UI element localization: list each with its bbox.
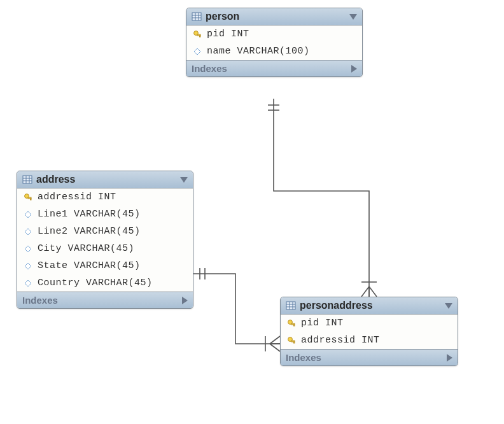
indexes-label: Indexes — [22, 295, 182, 306]
svg-line-3 — [369, 286, 377, 297]
primary-key-icon — [287, 319, 296, 328]
svg-rect-41 — [294, 325, 295, 326]
svg-line-2 — [361, 286, 369, 297]
entity-personaddress-header[interactable]: personaddress — [281, 297, 458, 314]
indexes-label: Indexes — [286, 352, 447, 363]
entity-address-title: address — [32, 174, 180, 185]
column-text: name VARCHAR(100) — [207, 46, 310, 57]
column-diamond-icon — [24, 262, 32, 271]
svg-rect-19 — [200, 36, 201, 37]
column-diamond-icon — [24, 227, 32, 236]
column-diamond-icon — [24, 210, 32, 219]
table-icon — [192, 11, 202, 22]
entity-personaddress-footer[interactable]: Indexes — [281, 349, 458, 365]
column-diamond-icon — [24, 279, 32, 288]
svg-rect-28 — [31, 199, 32, 200]
column-text: Line2 VARCHAR(45) — [38, 226, 141, 237]
entity-address-footer[interactable]: Indexes — [17, 292, 193, 308]
svg-line-8 — [270, 336, 280, 344]
column-row[interactable]: name VARCHAR(100) — [186, 43, 362, 60]
svg-rect-21 — [23, 176, 32, 183]
svg-marker-31 — [25, 246, 31, 252]
svg-rect-12 — [192, 13, 201, 20]
entity-person-title: person — [202, 11, 349, 22]
entity-person-footer[interactable]: Indexes — [186, 60, 362, 76]
primary-key-icon — [193, 30, 202, 39]
column-row[interactable]: pid INT — [186, 25, 362, 43]
primary-key-icon — [287, 336, 296, 345]
column-row[interactable]: Line1 VARCHAR(45) — [17, 206, 193, 223]
entity-person-columns: pid INT name VARCHAR(100) — [186, 25, 362, 60]
svg-line-9 — [270, 344, 280, 351]
entity-personaddress-columns: pid INT addressid INT — [281, 314, 458, 349]
entity-personaddress-title: personaddress — [296, 300, 445, 311]
table-icon — [286, 300, 296, 311]
svg-marker-33 — [25, 280, 31, 286]
column-text: State VARCHAR(45) — [38, 260, 141, 271]
primary-key-icon — [24, 193, 32, 202]
column-row[interactable]: pid INT — [281, 314, 458, 332]
svg-marker-20 — [194, 48, 200, 55]
svg-marker-32 — [25, 263, 31, 269]
svg-marker-29 — [25, 211, 31, 218]
expand-icon[interactable] — [447, 354, 452, 362]
svg-rect-44 — [294, 342, 295, 343]
column-text: City VARCHAR(45) — [38, 243, 134, 254]
entity-personaddress[interactable]: personaddress pid INT addressid INT Inde… — [280, 297, 458, 366]
column-text: pid INT — [301, 318, 344, 329]
entity-address-header[interactable]: address — [17, 171, 193, 188]
collapse-icon[interactable] — [180, 177, 188, 183]
table-icon — [22, 174, 32, 185]
column-diamond-icon — [193, 47, 202, 56]
entity-person[interactable]: person pid INT name VARCHAR(100) Indexes — [186, 8, 363, 77]
expand-icon[interactable] — [182, 297, 188, 304]
entity-address[interactable]: address addressid INT Line1 VARCHAR(45) … — [17, 171, 193, 309]
svg-rect-34 — [286, 302, 295, 309]
column-row[interactable]: addressid INT — [17, 188, 193, 206]
indexes-label: Indexes — [192, 63, 351, 74]
collapse-icon[interactable] — [349, 14, 357, 20]
column-row[interactable]: State VARCHAR(45) — [17, 257, 193, 274]
er-diagram-canvas: person pid INT name VARCHAR(100) Indexes — [0, 0, 504, 424]
column-row[interactable]: City VARCHAR(45) — [17, 240, 193, 257]
column-text: Country VARCHAR(45) — [38, 278, 153, 288]
column-text: addressid INT — [38, 192, 116, 202]
expand-icon[interactable] — [351, 65, 357, 73]
column-diamond-icon — [24, 244, 32, 253]
column-text: pid INT — [207, 29, 249, 39]
column-row[interactable]: addressid INT — [281, 332, 458, 349]
entity-person-header[interactable]: person — [186, 8, 362, 25]
collapse-icon[interactable] — [445, 303, 452, 309]
entity-address-columns: addressid INT Line1 VARCHAR(45) Line2 VA… — [17, 188, 193, 292]
column-text: Line1 VARCHAR(45) — [38, 209, 141, 220]
column-row[interactable]: Line2 VARCHAR(45) — [17, 223, 193, 240]
svg-marker-30 — [25, 229, 31, 235]
column-row[interactable]: Country VARCHAR(45) — [17, 274, 193, 292]
column-text: addressid INT — [301, 335, 380, 346]
